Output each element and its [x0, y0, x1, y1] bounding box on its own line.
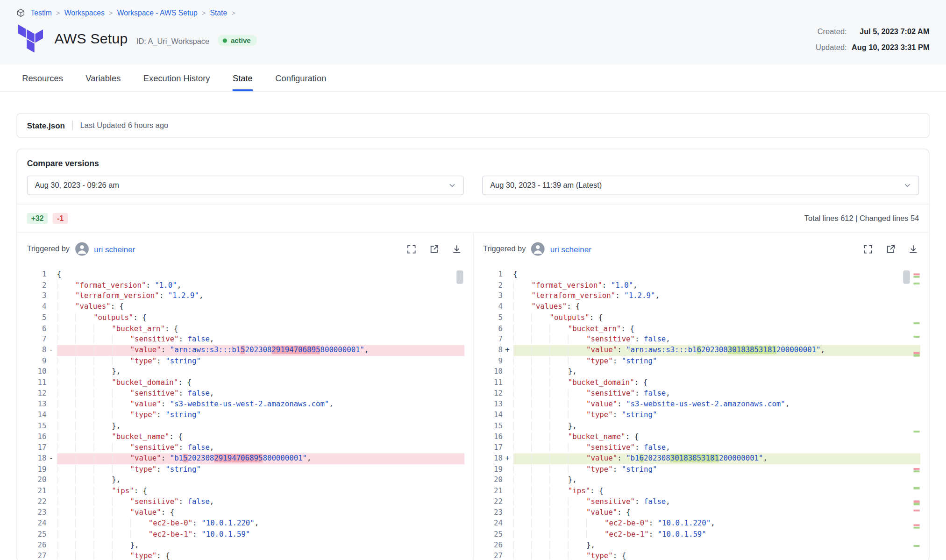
scrollbar-thumb[interactable] [456, 270, 462, 284]
diff-marker [504, 486, 513, 496]
external-link-icon[interactable] [884, 243, 896, 255]
line-number: 14 [482, 410, 504, 421]
code-text: "type": { [57, 551, 464, 560]
code-line: 21 "ips": { [482, 486, 920, 496]
line-number: 6 [26, 323, 48, 334]
breadcrumb-link-testim[interactable]: Testim [30, 8, 51, 17]
code-text: }, [57, 475, 464, 486]
diff-marker [48, 432, 57, 442]
status-label: active [231, 37, 251, 44]
breadcrumb-link-workspace-aws-setup[interactable]: Workspace - AWS Setup [117, 8, 198, 17]
code-text: "ec2-be-0": "10.0.1.220", [513, 518, 920, 529]
code-text: "value": "b1520230829194706895800000001"… [57, 454, 464, 464]
diff-marker [504, 432, 513, 442]
diff-mark-del [914, 273, 920, 275]
tab-variables[interactable]: Variables [85, 65, 121, 91]
workspace-id: ID: A_Uri_Workspace [136, 37, 209, 45]
diff-marker [504, 291, 513, 302]
diff-marker [48, 291, 57, 302]
external-link-icon[interactable] [428, 243, 440, 255]
tab-resources[interactable]: Resources [22, 65, 63, 91]
code-line: 14 "type": "string" [26, 410, 464, 421]
diff-minimap[interactable] [912, 264, 920, 560]
triggered-by-label: Triggered by [27, 245, 70, 253]
code-text: "values": { [57, 302, 464, 312]
line-number: 26 [482, 540, 504, 551]
created-value: Jul 5, 2023 7:02 AM [860, 28, 930, 36]
expand-icon[interactable] [405, 243, 418, 255]
compare-card: Compare versions Aug 30, 2023 - 09:26 am… [16, 149, 929, 560]
line-number: 12 [26, 388, 48, 399]
page-header: Testim > Workspaces > Workspace - AWS Se… [0, 0, 946, 65]
code-text: "bucket_domain": { [513, 377, 920, 388]
line-number: 18 [26, 454, 48, 464]
diff-marker [504, 529, 513, 540]
diff-marker [504, 388, 513, 399]
code-text: "terraform_version": "1.2.9", [513, 291, 920, 302]
line-number: 7 [26, 334, 48, 345]
code-line: 9 "type": "string" [26, 356, 464, 367]
line-number: 25 [482, 529, 504, 540]
line-number: 17 [26, 442, 48, 453]
code-text: "type": { [513, 551, 920, 560]
line-number: 23 [26, 507, 48, 518]
code-text: }, [513, 540, 920, 551]
diff-marker [48, 529, 57, 540]
breadcrumb-link-workspaces[interactable]: Workspaces [64, 8, 105, 17]
code-text: "sensitive": false, [513, 496, 920, 507]
line-number: 16 [26, 432, 48, 442]
panel-actions-left [405, 243, 463, 255]
expand-icon[interactable] [861, 243, 874, 255]
line-number: 22 [26, 496, 48, 507]
code-line: 3 "terraform_version": "1.2.9", [482, 291, 920, 302]
line-number: 3 [482, 291, 504, 302]
code-text: "sensitive": false, [57, 496, 464, 507]
version-select-left[interactable]: Aug 30, 2023 - 09:26 am [27, 176, 464, 195]
diff-marker [504, 280, 513, 291]
line-number: 19 [482, 464, 504, 475]
diff-marker [48, 334, 57, 345]
triggered-by-user-link[interactable]: uri scheiner [94, 244, 135, 254]
workspace-title-group: AWS Setup ID: A_Uri_Workspace active [16, 24, 256, 52]
code-line: 5 "outputs": { [482, 312, 920, 323]
updated-label: Updated: [816, 43, 846, 52]
code-text: "ec2-be-1": "10.0.1.59" [57, 529, 464, 540]
code-text: "outputs": { [513, 312, 920, 323]
code-text: }, [513, 367, 920, 377]
code-line: 19 "type": "string" [26, 464, 464, 475]
diff-mark-add [914, 487, 920, 489]
diff-marker [48, 367, 57, 377]
code-line: 25 "ec2-be-1": "10.0.1.59" [482, 529, 920, 540]
code-line: 13 "value": "s3-website-us-west-2.amazon… [482, 399, 920, 410]
download-icon[interactable] [907, 243, 919, 255]
panel-header-right: Triggered by uri scheiner [482, 233, 920, 264]
code-line: 12 "sensitive": false, [482, 388, 920, 399]
diff-mark-del [914, 501, 920, 503]
version-select-right[interactable]: Aug 30, 2023 - 11:39 am (Latest) [482, 176, 919, 195]
line-number: 5 [26, 312, 48, 323]
diff-mark-add [914, 470, 920, 472]
triggered-by-user-link[interactable]: uri scheiner [550, 244, 591, 254]
tab-configuration[interactable]: Configuration [275, 65, 326, 91]
tab-state[interactable]: State [233, 65, 253, 91]
download-icon[interactable] [451, 243, 463, 255]
created-label: Created: [818, 28, 847, 36]
tab-execution-history[interactable]: Execution History [143, 65, 210, 91]
scrollbar-thumb[interactable] [903, 270, 910, 284]
code-text: "sensitive": false, [513, 388, 920, 399]
line-number: 23 [482, 507, 504, 518]
diff-marker [504, 334, 513, 345]
panel-actions-right [861, 243, 919, 255]
code-line: 18- "value": "b1520230829194706895800000… [26, 454, 464, 464]
breadcrumb-link-state[interactable]: State [210, 8, 228, 17]
line-number: 11 [482, 377, 504, 388]
diff-marker [504, 269, 513, 280]
line-number: 20 [482, 475, 504, 486]
user-avatar-icon [531, 242, 545, 256]
code-line: 20 }, [482, 475, 920, 486]
chevron-down-icon [448, 182, 456, 189]
diff-marker [48, 410, 57, 421]
diff-marker [48, 518, 57, 529]
code-text: "value": "s3-website-us-west-2.amazonaws… [57, 399, 464, 410]
version-selectors: Aug 30, 2023 - 09:26 am Aug 30, 2023 - 1… [27, 176, 919, 195]
